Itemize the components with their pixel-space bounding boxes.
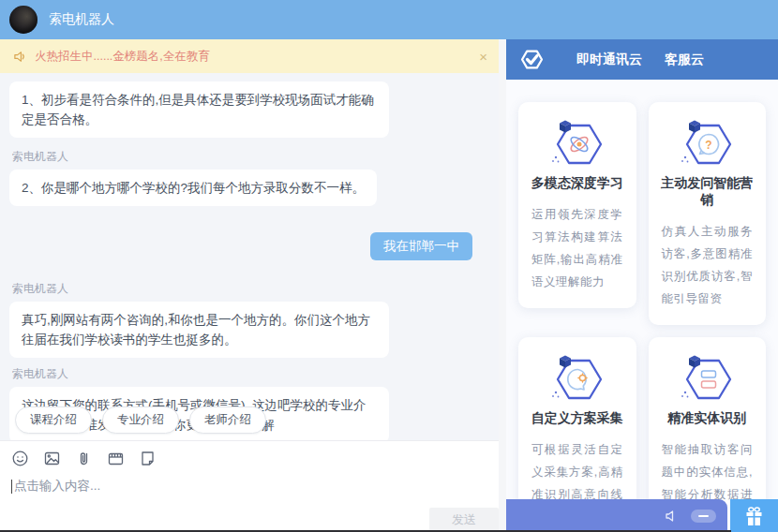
product-panel-header: 即时通讯云 客服云: [506, 39, 778, 80]
attachment-icon[interactable]: [75, 450, 93, 467]
composer: 点击输入内容... 发送: [0, 440, 506, 532]
chat-panel: 火热招生中......金榜题名,全在教育 × 1、初步看是符合条件的,但是具体还…: [0, 39, 506, 532]
message-input[interactable]: 点击输入内容...: [11, 478, 495, 495]
tab-im-cloud[interactable]: 即时通讯云: [576, 52, 642, 68]
message-list: 1、初步看是符合条件的,但是具体还是要到学校现场面试才能确定是否合格。 索电机器…: [0, 73, 506, 440]
mute-speaker-icon[interactable]: [664, 509, 679, 524]
multimodal-deep-learning-icon: [542, 117, 613, 170]
custom-collection-icon: [542, 352, 613, 405]
svg-text:?: ?: [706, 139, 712, 152]
image-icon[interactable]: [43, 450, 61, 467]
emoji-icon[interactable]: [11, 450, 29, 467]
top-bar: 索电机器人: [0, 0, 778, 39]
panel-bottom-bar: [506, 499, 778, 532]
product-tabs: 即时通讯云 客服云: [576, 52, 704, 68]
user-message: 我在邯郸一中: [370, 232, 472, 260]
product-panel: 即时通讯云 客服云 多模态深度学习 运用领先深度学习算法构建算法矩阵,输出高精准…: [506, 39, 778, 532]
bot-message: 2、你是哪个地方哪个学校的?我们每个地方录取分数不一样。: [9, 170, 377, 206]
quick-reply-major[interactable]: 专业介绍: [102, 406, 179, 434]
sender-name: 索电机器人: [12, 281, 497, 297]
card-description: 运用领先深度学习算法构建算法矩阵,输出高精准语义理解能力: [528, 203, 627, 293]
sender-name: 索电机器人: [12, 366, 497, 382]
announcement-banner: 火热招生中......金榜题名,全在教育 ×: [0, 39, 506, 73]
sound-bar: [506, 499, 727, 532]
quick-reply-course[interactable]: 课程介绍: [15, 406, 92, 434]
proactive-marketing-icon: ?: [671, 117, 742, 170]
close-icon[interactable]: ×: [479, 50, 493, 64]
tab-service-cloud[interactable]: 客服云: [665, 52, 704, 68]
input-placeholder: 点击输入内容...: [14, 478, 100, 495]
feature-card: 多模态深度学习 运用领先深度学习算法构建算法矩阵,输出高精准语义理解能力: [518, 102, 636, 308]
note-icon[interactable]: [139, 450, 157, 467]
brand-logo-icon: [519, 47, 545, 72]
sender-name: 索电机器人: [12, 149, 497, 165]
user-message-row: 我在邯郸一中: [9, 232, 472, 260]
card-title: 多模态深度学习: [528, 175, 627, 192]
page-title: 索电机器人: [49, 11, 114, 28]
announcement-text: 火热招生中......金榜题名,全在教育: [35, 49, 210, 65]
quick-reply-row: 课程介绍 专业介绍 老师介绍: [15, 406, 266, 434]
card-title: 自定义方案采集: [528, 410, 627, 427]
composer-toolbar: [11, 450, 495, 467]
entity-recognition-icon: [671, 352, 742, 405]
card-title: 主动发问智能营销: [658, 175, 757, 209]
minimize-button[interactable]: [691, 510, 716, 523]
bot-message: 真巧,刚网站有两个咨询的,和你也是一个地方的。你们这个地方往届在我们学校读书的学…: [9, 302, 389, 358]
bot-message: 1、初步看是符合条件的,但是具体还是要到学校现场面试才能确定是否合格。: [9, 81, 389, 138]
chat-app-window: 索电机器人 火热招生中......金榜题名,全在教育 × 1、初步看是符合条件的…: [0, 0, 778, 532]
text-caret: [11, 480, 12, 494]
card-description: 仿真人主动服务访客,多意图精准识别优质访客,智能引导留资: [658, 220, 757, 310]
send-button[interactable]: 发送: [429, 508, 499, 532]
quick-reply-teacher[interactable]: 老师介绍: [189, 406, 266, 434]
card-title: 精准实体识别: [658, 410, 757, 427]
gift-button[interactable]: [730, 499, 778, 532]
feature-cards: 多模态深度学习 运用领先深度学习算法构建算法矩阵,输出高精准语义理解能力 ? 主…: [506, 80, 778, 532]
video-icon[interactable]: [107, 450, 125, 467]
avatar: [9, 6, 37, 34]
speaker-icon: [13, 50, 27, 64]
scrollbar[interactable]: [499, 39, 506, 532]
feature-card: ? 主动发问智能营销 仿真人主动服务访客,多意图精准识别优质访客,智能引导留资: [649, 102, 767, 325]
gift-icon: [742, 505, 766, 527]
